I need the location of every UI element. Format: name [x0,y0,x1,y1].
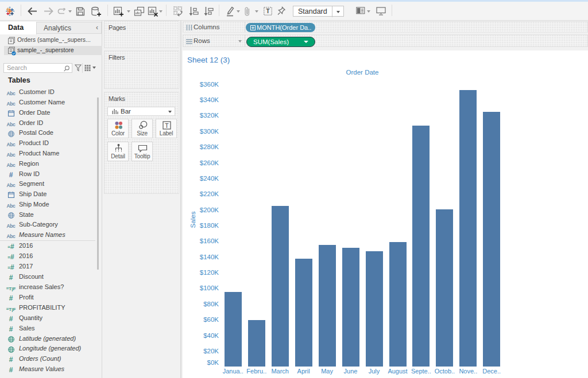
svg-text:T: T [165,122,169,129]
svg-text:T: T [266,8,269,14]
